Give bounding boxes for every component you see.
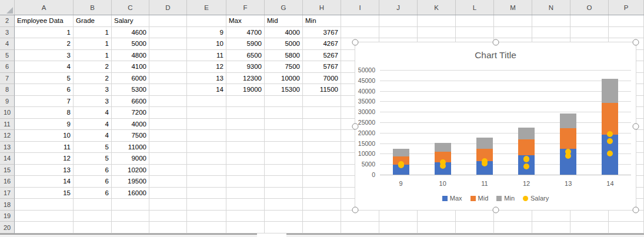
cell-M20[interactable] <box>494 222 532 233</box>
cell-H2[interactable]: Min <box>303 15 341 27</box>
bar-segment-min-12[interactable] <box>518 128 535 140</box>
row-header-3[interactable]: 3 <box>0 27 15 39</box>
cell-D3[interactable] <box>149 27 187 39</box>
cell-B8[interactable]: 3 <box>74 84 112 96</box>
cell-D8[interactable] <box>149 84 187 96</box>
row-header-2[interactable]: 2 <box>0 15 15 27</box>
column-header-D[interactable]: D <box>149 0 187 15</box>
cell-H14[interactable] <box>303 153 341 165</box>
cell-A17[interactable]: 15 <box>15 188 74 199</box>
cell-H8[interactable]: 11500 <box>303 84 341 96</box>
cell-H20[interactable] <box>303 222 341 233</box>
column-header-H[interactable]: H <box>303 0 341 15</box>
cell-M19[interactable] <box>494 211 532 222</box>
cell-A19[interactable] <box>15 211 74 222</box>
cell-F8[interactable]: 19000 <box>226 84 265 96</box>
cell-H13[interactable] <box>303 142 341 153</box>
cell-P2[interactable] <box>609 15 644 27</box>
cell-F14[interactable] <box>226 153 265 165</box>
column-header-L[interactable]: L <box>456 0 494 15</box>
cell-C5[interactable]: 4800 <box>112 50 149 62</box>
column-header-B[interactable]: B <box>74 0 112 15</box>
salary-point[interactable] <box>607 131 613 137</box>
cell-B10[interactable]: 4 <box>74 107 112 119</box>
cell-C18[interactable] <box>112 199 149 211</box>
cell-F13[interactable] <box>226 142 265 153</box>
cell-C11[interactable]: 4000 <box>112 119 149 131</box>
cell-F20[interactable] <box>226 222 265 233</box>
row-header-6[interactable]: 6 <box>0 61 15 73</box>
cell-J2[interactable] <box>379 15 418 27</box>
cell-O3[interactable] <box>570 27 609 39</box>
cell-O20[interactable] <box>570 222 609 233</box>
cell-A2[interactable]: Employee Data <box>15 15 74 27</box>
row-header-11[interactable]: 11 <box>0 119 15 131</box>
cell-D19[interactable] <box>149 211 187 222</box>
cell-B13[interactable]: 5 <box>74 142 112 153</box>
cell-B4[interactable]: 1 <box>74 38 112 50</box>
cell-E2[interactable] <box>187 15 226 27</box>
cell-N2[interactable] <box>532 15 570 27</box>
cell-C16[interactable]: 19500 <box>112 176 149 188</box>
chart-title[interactable]: Chart Title <box>355 50 636 61</box>
chart-resize-handle-se[interactable] <box>633 207 639 213</box>
cell-P3[interactable] <box>609 27 644 39</box>
cell-C15[interactable]: 10200 <box>112 165 149 176</box>
y-axis-label[interactable]: 20000 <box>356 130 375 136</box>
cell-C10[interactable]: 7200 <box>112 107 149 119</box>
cell-L20[interactable] <box>456 222 494 233</box>
cell-G9[interactable] <box>265 96 303 108</box>
cell-G20[interactable] <box>265 222 303 233</box>
bar-segment-mid-14[interactable] <box>602 103 618 135</box>
y-axis-label[interactable]: 45000 <box>356 78 375 84</box>
row-header-19[interactable]: 19 <box>0 211 15 222</box>
cell-J19[interactable] <box>379 211 418 222</box>
cell-F5[interactable]: 6500 <box>226 50 265 62</box>
cell-H15[interactable] <box>303 165 341 176</box>
cell-K20[interactable] <box>418 222 456 233</box>
cell-H9[interactable] <box>303 96 341 108</box>
cell-J3[interactable] <box>379 27 418 39</box>
cell-C20[interactable] <box>112 222 149 233</box>
column-header-I[interactable]: I <box>341 0 379 15</box>
salary-point[interactable] <box>523 163 529 169</box>
row-header-5[interactable]: 5 <box>0 50 15 62</box>
cell-D14[interactable] <box>149 153 187 165</box>
cell-C7[interactable]: 6000 <box>112 73 149 85</box>
cell-I19[interactable] <box>341 211 379 222</box>
cell-E11[interactable] <box>187 119 226 131</box>
cell-E14[interactable] <box>187 153 226 165</box>
cell-E10[interactable] <box>187 107 226 119</box>
cell-C14[interactable]: 9000 <box>112 153 149 165</box>
x-axis-label[interactable]: 10 <box>422 180 463 187</box>
cell-G7[interactable]: 10000 <box>265 73 303 85</box>
cell-F18[interactable] <box>226 199 265 211</box>
cell-G6[interactable]: 7500 <box>265 61 303 73</box>
cell-A8[interactable]: 6 <box>15 84 74 96</box>
cell-E9[interactable] <box>187 96 226 108</box>
y-axis-label[interactable]: 35000 <box>356 98 375 105</box>
salary-point[interactable] <box>607 151 613 156</box>
cell-A15[interactable]: 13 <box>15 165 74 176</box>
legend-item-min[interactable]: Min <box>496 195 515 202</box>
cell-L2[interactable] <box>456 15 494 27</box>
cell-F9[interactable] <box>226 96 265 108</box>
cell-B7[interactable]: 2 <box>74 73 112 85</box>
cell-D18[interactable] <box>149 199 187 211</box>
salary-point[interactable] <box>565 153 571 159</box>
column-header-F[interactable]: F <box>226 0 265 15</box>
row-header-14[interactable]: 14 <box>0 153 15 165</box>
cell-D17[interactable] <box>149 188 187 199</box>
cell-G19[interactable] <box>265 211 303 222</box>
salary-point[interactable] <box>523 156 529 162</box>
cell-A12[interactable]: 10 <box>15 130 74 142</box>
y-axis-label[interactable]: 15000 <box>356 141 375 147</box>
column-header-O[interactable]: O <box>570 0 609 15</box>
row-header-15[interactable]: 15 <box>0 165 15 176</box>
row-header-7[interactable]: 7 <box>0 73 15 85</box>
cell-C12[interactable]: 7500 <box>112 130 149 142</box>
chart-resize-handle-ne[interactable] <box>633 39 639 46</box>
cell-F2[interactable]: Max <box>226 15 265 27</box>
cell-F15[interactable] <box>226 165 265 176</box>
cell-C8[interactable]: 5300 <box>112 84 149 96</box>
